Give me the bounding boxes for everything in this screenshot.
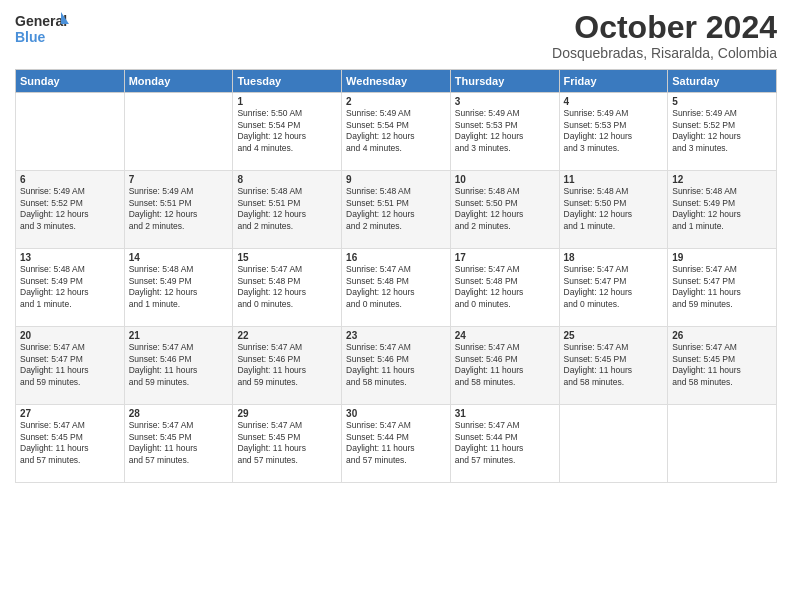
day-info: Sunrise: 5:47 AM Sunset: 5:44 PM Dayligh…: [346, 420, 446, 466]
header-cell-thursday: Thursday: [450, 70, 559, 93]
day-cell: 21Sunrise: 5:47 AM Sunset: 5:46 PM Dayli…: [124, 327, 233, 405]
day-number: 6: [20, 174, 120, 185]
day-number: 24: [455, 330, 555, 341]
day-cell: 19Sunrise: 5:47 AM Sunset: 5:47 PM Dayli…: [668, 249, 777, 327]
day-cell: 2Sunrise: 5:49 AM Sunset: 5:54 PM Daylig…: [342, 93, 451, 171]
day-info: Sunrise: 5:49 AM Sunset: 5:53 PM Dayligh…: [564, 108, 664, 154]
day-cell: 16Sunrise: 5:47 AM Sunset: 5:48 PM Dayli…: [342, 249, 451, 327]
day-info: Sunrise: 5:47 AM Sunset: 5:48 PM Dayligh…: [346, 264, 446, 310]
day-cell: 1Sunrise: 5:50 AM Sunset: 5:54 PM Daylig…: [233, 93, 342, 171]
day-number: 25: [564, 330, 664, 341]
day-info: Sunrise: 5:47 AM Sunset: 5:45 PM Dayligh…: [20, 420, 120, 466]
day-cell: 24Sunrise: 5:47 AM Sunset: 5:46 PM Dayli…: [450, 327, 559, 405]
day-cell: 31Sunrise: 5:47 AM Sunset: 5:44 PM Dayli…: [450, 405, 559, 483]
day-number: 23: [346, 330, 446, 341]
header-cell-saturday: Saturday: [668, 70, 777, 93]
svg-text:Blue: Blue: [15, 29, 46, 45]
day-info: Sunrise: 5:47 AM Sunset: 5:45 PM Dayligh…: [564, 342, 664, 388]
header-cell-tuesday: Tuesday: [233, 70, 342, 93]
day-info: Sunrise: 5:48 AM Sunset: 5:50 PM Dayligh…: [564, 186, 664, 232]
day-number: 5: [672, 96, 772, 107]
day-info: Sunrise: 5:47 AM Sunset: 5:46 PM Dayligh…: [237, 342, 337, 388]
day-number: 21: [129, 330, 229, 341]
day-info: Sunrise: 5:48 AM Sunset: 5:51 PM Dayligh…: [237, 186, 337, 232]
day-number: 9: [346, 174, 446, 185]
day-number: 3: [455, 96, 555, 107]
day-info: Sunrise: 5:47 AM Sunset: 5:46 PM Dayligh…: [129, 342, 229, 388]
day-cell: 29Sunrise: 5:47 AM Sunset: 5:45 PM Dayli…: [233, 405, 342, 483]
day-cell: 13Sunrise: 5:48 AM Sunset: 5:49 PM Dayli…: [16, 249, 125, 327]
day-number: 30: [346, 408, 446, 419]
day-number: 10: [455, 174, 555, 185]
title-block: October 2024 Dosquebradas, Risaralda, Co…: [552, 10, 777, 61]
svg-text:General: General: [15, 13, 67, 29]
day-cell: 9Sunrise: 5:48 AM Sunset: 5:51 PM Daylig…: [342, 171, 451, 249]
day-info: Sunrise: 5:47 AM Sunset: 5:45 PM Dayligh…: [672, 342, 772, 388]
header-row: SundayMondayTuesdayWednesdayThursdayFrid…: [16, 70, 777, 93]
header-cell-monday: Monday: [124, 70, 233, 93]
day-cell: 14Sunrise: 5:48 AM Sunset: 5:49 PM Dayli…: [124, 249, 233, 327]
day-cell: 15Sunrise: 5:47 AM Sunset: 5:48 PM Dayli…: [233, 249, 342, 327]
logo: GeneralBlue: [15, 10, 70, 48]
day-cell: 17Sunrise: 5:47 AM Sunset: 5:48 PM Dayli…: [450, 249, 559, 327]
day-number: 28: [129, 408, 229, 419]
header-cell-sunday: Sunday: [16, 70, 125, 93]
day-cell: 22Sunrise: 5:47 AM Sunset: 5:46 PM Dayli…: [233, 327, 342, 405]
day-cell: 23Sunrise: 5:47 AM Sunset: 5:46 PM Dayli…: [342, 327, 451, 405]
day-info: Sunrise: 5:49 AM Sunset: 5:51 PM Dayligh…: [129, 186, 229, 232]
calendar-table: SundayMondayTuesdayWednesdayThursdayFrid…: [15, 69, 777, 483]
day-cell: 3Sunrise: 5:49 AM Sunset: 5:53 PM Daylig…: [450, 93, 559, 171]
day-cell: 12Sunrise: 5:48 AM Sunset: 5:49 PM Dayli…: [668, 171, 777, 249]
day-number: 16: [346, 252, 446, 263]
day-cell: 20Sunrise: 5:47 AM Sunset: 5:47 PM Dayli…: [16, 327, 125, 405]
day-cell: 6Sunrise: 5:49 AM Sunset: 5:52 PM Daylig…: [16, 171, 125, 249]
day-info: Sunrise: 5:49 AM Sunset: 5:53 PM Dayligh…: [455, 108, 555, 154]
header-cell-wednesday: Wednesday: [342, 70, 451, 93]
day-cell: 11Sunrise: 5:48 AM Sunset: 5:50 PM Dayli…: [559, 171, 668, 249]
day-info: Sunrise: 5:49 AM Sunset: 5:52 PM Dayligh…: [672, 108, 772, 154]
day-info: Sunrise: 5:50 AM Sunset: 5:54 PM Dayligh…: [237, 108, 337, 154]
month-title: October 2024: [552, 10, 777, 45]
week-row-0: 1Sunrise: 5:50 AM Sunset: 5:54 PM Daylig…: [16, 93, 777, 171]
day-number: 27: [20, 408, 120, 419]
day-info: Sunrise: 5:48 AM Sunset: 5:49 PM Dayligh…: [129, 264, 229, 310]
day-number: 15: [237, 252, 337, 263]
header-cell-friday: Friday: [559, 70, 668, 93]
day-number: 29: [237, 408, 337, 419]
day-info: Sunrise: 5:47 AM Sunset: 5:46 PM Dayligh…: [455, 342, 555, 388]
logo-svg: GeneralBlue: [15, 10, 70, 48]
day-cell: [124, 93, 233, 171]
day-info: Sunrise: 5:48 AM Sunset: 5:49 PM Dayligh…: [20, 264, 120, 310]
day-cell: 4Sunrise: 5:49 AM Sunset: 5:53 PM Daylig…: [559, 93, 668, 171]
day-cell: 28Sunrise: 5:47 AM Sunset: 5:45 PM Dayli…: [124, 405, 233, 483]
day-number: 13: [20, 252, 120, 263]
day-cell: [16, 93, 125, 171]
day-cell: 18Sunrise: 5:47 AM Sunset: 5:47 PM Dayli…: [559, 249, 668, 327]
day-number: 19: [672, 252, 772, 263]
page: GeneralBlue October 2024 Dosquebradas, R…: [0, 0, 792, 612]
day-number: 22: [237, 330, 337, 341]
day-cell: 30Sunrise: 5:47 AM Sunset: 5:44 PM Dayli…: [342, 405, 451, 483]
week-row-2: 13Sunrise: 5:48 AM Sunset: 5:49 PM Dayli…: [16, 249, 777, 327]
day-number: 31: [455, 408, 555, 419]
day-cell: 5Sunrise: 5:49 AM Sunset: 5:52 PM Daylig…: [668, 93, 777, 171]
day-info: Sunrise: 5:49 AM Sunset: 5:52 PM Dayligh…: [20, 186, 120, 232]
day-number: 14: [129, 252, 229, 263]
day-cell: [668, 405, 777, 483]
day-info: Sunrise: 5:48 AM Sunset: 5:50 PM Dayligh…: [455, 186, 555, 232]
day-number: 20: [20, 330, 120, 341]
subtitle: Dosquebradas, Risaralda, Colombia: [552, 45, 777, 61]
day-info: Sunrise: 5:47 AM Sunset: 5:48 PM Dayligh…: [455, 264, 555, 310]
day-info: Sunrise: 5:48 AM Sunset: 5:49 PM Dayligh…: [672, 186, 772, 232]
day-number: 8: [237, 174, 337, 185]
day-info: Sunrise: 5:49 AM Sunset: 5:54 PM Dayligh…: [346, 108, 446, 154]
day-info: Sunrise: 5:47 AM Sunset: 5:48 PM Dayligh…: [237, 264, 337, 310]
day-info: Sunrise: 5:48 AM Sunset: 5:51 PM Dayligh…: [346, 186, 446, 232]
day-number: 2: [346, 96, 446, 107]
day-info: Sunrise: 5:47 AM Sunset: 5:46 PM Dayligh…: [346, 342, 446, 388]
day-cell: 26Sunrise: 5:47 AM Sunset: 5:45 PM Dayli…: [668, 327, 777, 405]
day-number: 1: [237, 96, 337, 107]
day-cell: 25Sunrise: 5:47 AM Sunset: 5:45 PM Dayli…: [559, 327, 668, 405]
day-cell: 7Sunrise: 5:49 AM Sunset: 5:51 PM Daylig…: [124, 171, 233, 249]
week-row-1: 6Sunrise: 5:49 AM Sunset: 5:52 PM Daylig…: [16, 171, 777, 249]
